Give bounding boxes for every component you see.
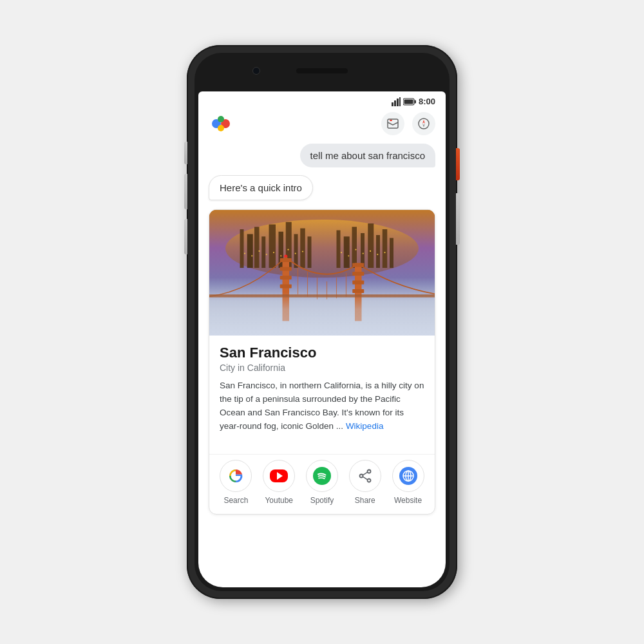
svg-point-74: [367, 478, 370, 482]
youtube-icon: [270, 469, 288, 482]
svg-marker-2: [397, 99, 399, 106]
volume-button-right: [456, 193, 460, 245]
status-icons: 8:00: [392, 97, 435, 106]
svg-rect-71: [209, 292, 435, 336]
volume-down-button: [184, 219, 187, 254]
svg-point-36: [244, 252, 245, 254]
svg-rect-18: [240, 229, 244, 268]
header-icons: [381, 112, 435, 135]
power-button: [456, 148, 460, 180]
spotify-waves-icon: [316, 470, 328, 482]
golden-gate-bridge-svg: [209, 210, 435, 336]
svg-rect-25: [294, 234, 298, 269]
chat-area: tell me about san francisco Here's a qui…: [198, 144, 446, 200]
website-action-button[interactable]: Website: [392, 460, 424, 505]
assistant-logo: [209, 111, 233, 136]
svg-rect-29: [344, 236, 350, 268]
svg-point-73: [359, 474, 363, 477]
silent-switch: [184, 142, 187, 164]
svg-rect-61: [352, 272, 364, 276]
svg-rect-6: [404, 99, 413, 104]
svg-rect-28: [337, 231, 341, 269]
svg-rect-33: [376, 235, 380, 268]
share-icon-circle: [349, 460, 381, 492]
svg-point-47: [355, 249, 356, 250]
website-label: Website: [394, 496, 422, 505]
svg-point-37: [251, 255, 252, 256]
svg-rect-27: [308, 236, 312, 268]
action-row: Search Youtube: [209, 454, 435, 514]
svg-line-75: [363, 472, 367, 475]
assistant-message: Here's a quick intro: [209, 175, 435, 200]
youtube-play-icon: [277, 472, 283, 480]
header-row: [198, 109, 446, 144]
assistant-message-text: Here's a quick intro: [209, 175, 313, 200]
svg-point-51: [384, 252, 385, 253]
spotify-icon-circle: [306, 460, 338, 492]
svg-rect-55: [280, 267, 292, 271]
compass-button[interactable]: [412, 112, 435, 135]
svg-marker-1: [394, 100, 396, 106]
city-subtitle: City in California: [220, 363, 424, 373]
user-message-text: tell me about san francisco: [300, 144, 435, 167]
svg-rect-56: [280, 276, 292, 279]
svg-point-48: [363, 252, 364, 254]
share-label: Share: [355, 496, 375, 505]
svg-point-39: [266, 254, 267, 255]
search-action-button[interactable]: Search: [220, 460, 252, 505]
card-content: San Francisco City in California San Fra…: [209, 336, 435, 451]
svg-point-42: [287, 249, 289, 250]
svg-rect-62: [352, 281, 364, 285]
search-label: Search: [223, 496, 248, 505]
svg-rect-5: [414, 100, 416, 103]
svg-marker-14: [422, 120, 425, 124]
svg-rect-22: [269, 225, 276, 269]
svg-rect-21: [261, 236, 265, 268]
assistant-logo-svg: [209, 111, 233, 136]
inbox-button[interactable]: [381, 112, 404, 135]
inbox-icon: [387, 118, 399, 129]
svg-point-43: [295, 252, 296, 254]
city-name: San Francisco: [220, 345, 424, 361]
svg-marker-3: [399, 97, 401, 106]
search-icon-circle: [220, 460, 252, 492]
screen: 8:00: [198, 91, 446, 587]
svg-rect-57: [280, 285, 292, 289]
svg-rect-30: [352, 227, 357, 268]
youtube-action-button[interactable]: Youtube: [263, 460, 295, 505]
svg-point-38: [258, 251, 260, 252]
card-image: [209, 210, 435, 336]
front-camera: [252, 67, 260, 75]
svg-rect-26: [300, 229, 305, 269]
city-description: San Francisco, in northern California, i…: [220, 379, 424, 433]
speaker: [296, 68, 348, 73]
svg-point-9: [218, 125, 224, 131]
spotify-icon: [313, 467, 331, 485]
wikipedia-link[interactable]: Wikipedia: [346, 421, 384, 431]
svg-rect-32: [368, 223, 374, 268]
spotify-label: Spotify: [310, 496, 334, 505]
volume-up-button: [184, 174, 187, 209]
share-action-button[interactable]: Share: [349, 460, 381, 505]
svg-point-72: [367, 469, 370, 473]
signal-icon: [392, 97, 401, 106]
svg-point-46: [348, 255, 349, 256]
svg-line-76: [363, 477, 367, 480]
phone-body: 8:00: [187, 45, 457, 599]
battery-icon: [403, 98, 416, 106]
youtube-icon-circle: [263, 460, 295, 492]
svg-point-40: [273, 252, 274, 253]
globe-svg-icon: [402, 470, 414, 482]
spotify-action-button[interactable]: Spotify: [306, 460, 338, 505]
svg-rect-31: [361, 233, 365, 268]
svg-marker-15: [422, 124, 425, 128]
svg-point-50: [377, 254, 378, 255]
google-g-icon: [227, 468, 244, 484]
youtube-label: Youtube: [265, 496, 293, 505]
time-display: 8:00: [419, 97, 435, 106]
phone-frame: 8:00: [187, 45, 457, 599]
svg-point-10: [218, 116, 224, 122]
info-card: San Francisco City in California San Fra…: [209, 209, 435, 515]
svg-marker-0: [392, 102, 393, 106]
share-icon: [358, 469, 372, 483]
